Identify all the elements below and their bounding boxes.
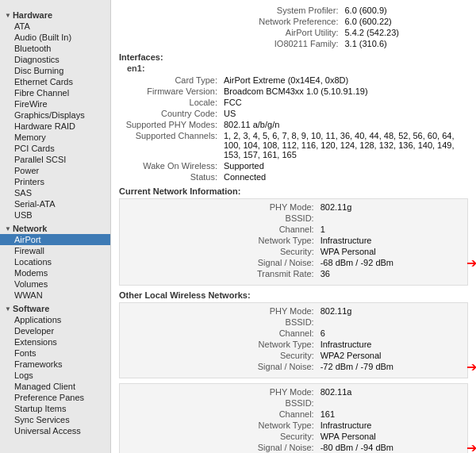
sidebar-item-extensions[interactable]: Extensions xyxy=(0,336,110,347)
table-row: Security:WPA Personal xyxy=(125,431,463,442)
table-row: PHY Mode:802.11a xyxy=(125,386,463,397)
table-row: AirPort Utility:5.4.2 (542.23) xyxy=(119,27,468,38)
table-row: IO80211 Family:3.1 (310.6) xyxy=(119,38,468,49)
other-network-block-1: PHY Mode:802.11aBSSID:Channel:161Network… xyxy=(119,383,468,453)
row-label: Security: xyxy=(125,246,319,257)
sidebar-group-label-0[interactable]: ▼ Hardware xyxy=(0,7,110,21)
row-value: WPA2 Personal xyxy=(319,350,463,361)
sidebar-item-disc-burning[interactable]: Disc Burning xyxy=(0,65,110,76)
row-value: FCC xyxy=(222,97,468,108)
sidebar-item-volumes[interactable]: Volumes xyxy=(0,278,110,290)
sidebar-item-sas[interactable]: SAS xyxy=(0,187,110,198)
table-row: Status:Connected xyxy=(119,171,468,182)
triangle-icon: ▼ xyxy=(5,12,11,19)
table-row: Network Type:Infrastructure xyxy=(125,420,463,431)
table-row: Security:WPA Personal xyxy=(125,246,463,257)
triangle-icon: ▼ xyxy=(5,305,11,313)
sidebar-item-modems[interactable]: Modems xyxy=(0,267,110,278)
sidebar-item-airport[interactable]: AirPort xyxy=(0,234,110,245)
table-row: Transmit Rate:36 xyxy=(125,268,463,279)
red-arrow-icon: ➔ xyxy=(466,440,476,453)
row-value: Supported xyxy=(222,160,468,171)
sidebar-group-label-1[interactable]: ▼ Network xyxy=(0,221,110,234)
row-label: Wake On Wireless: xyxy=(119,160,222,171)
table-row: BSSID: xyxy=(125,213,463,224)
other-networks-label: Other Local Wireless Networks: xyxy=(119,290,468,300)
current-network-block: PHY Mode:802.11gBSSID:Channel:1Network T… xyxy=(119,198,468,286)
table-row: Firmware Version:Broadcom BCM43xx 1.0 (5… xyxy=(119,86,468,97)
row-value: 6.0 (600.22) xyxy=(343,16,468,27)
other-network-block-0: PHY Mode:802.11gBSSID:Channel:6Network T… xyxy=(119,302,468,378)
table-row: Channel:161 xyxy=(125,409,463,420)
row-value: US xyxy=(222,108,468,119)
sidebar-item-sync-services[interactable]: Sync Services xyxy=(0,414,110,425)
sidebar-item-startup-items[interactable]: Startup Items xyxy=(0,403,110,414)
row-value: 6.0 (600.9) xyxy=(343,5,468,16)
sidebar-group-label-2[interactable]: ▼ Software xyxy=(0,301,110,314)
table-row: Signal / Noise:-68 dBm / -92 dBm ➔ xyxy=(125,257,463,268)
row-label: BSSID: xyxy=(125,317,319,328)
sidebar-group-1: ▼ NetworkAirPortFirewallLocationsModemsV… xyxy=(0,221,110,301)
table-row: Wake On Wireless:Supported xyxy=(119,160,468,171)
sidebar-item-frameworks[interactable]: Frameworks xyxy=(0,359,110,370)
sidebar-item-memory[interactable]: Memory xyxy=(0,132,110,143)
row-label: BSSID: xyxy=(125,397,319,409)
table-row: System Profiler:6.0 (600.9) xyxy=(119,5,468,16)
row-value: -68 dBm / -92 dBm ➔ xyxy=(319,257,463,268)
sidebar-item-bluetooth[interactable]: Bluetooth xyxy=(0,43,110,54)
current-network-label: Current Network Information: xyxy=(119,186,468,196)
sidebar-item-ethernet-cards[interactable]: Ethernet Cards xyxy=(0,76,110,87)
sidebar-item-pci-cards[interactable]: PCI Cards xyxy=(0,143,110,154)
row-label: Network Preference: xyxy=(119,16,343,27)
row-label: Signal / Noise: xyxy=(125,361,319,372)
row-label: Channel: xyxy=(125,224,319,235)
sidebar-item-fonts[interactable]: Fonts xyxy=(0,347,110,359)
row-value: WPA Personal xyxy=(319,246,463,257)
sidebar-item-serial-ata[interactable]: Serial-ATA xyxy=(0,198,110,209)
row-value: WPA Personal xyxy=(319,431,463,442)
sidebar-item-parallel-scsi[interactable]: Parallel SCSI xyxy=(0,154,110,165)
table-row: Network Preference:6.0 (600.22) xyxy=(119,16,468,27)
sidebar-item-preference-panes[interactable]: Preference Panes xyxy=(0,392,110,403)
interfaces-label: Interfaces: xyxy=(119,52,468,62)
row-label: Signal / Noise: xyxy=(125,257,319,268)
sidebar-item-logs[interactable]: Logs xyxy=(0,370,110,381)
table-row: Security:WPA2 Personal xyxy=(125,350,463,361)
sidebar-group-2: ▼ SoftwareApplicationsDeveloperExtension… xyxy=(0,301,110,436)
sidebar-item-firewall[interactable]: Firewall xyxy=(0,245,110,256)
table-row: Signal / Noise:-80 dBm / -94 dBm ➔ xyxy=(125,442,463,453)
table-row: BSSID: xyxy=(125,317,463,328)
sidebar-item-graphics-displays[interactable]: Graphics/Displays xyxy=(0,109,110,121)
table-row: Country Code:US xyxy=(119,108,468,119)
row-value: AirPort Extreme (0x14E4, 0x8D) xyxy=(222,75,468,86)
row-value: 36 xyxy=(319,268,463,279)
sidebar-item-hardware-raid[interactable]: Hardware RAID xyxy=(0,121,110,132)
row-label: Country Code: xyxy=(119,108,222,119)
sidebar-item-ata[interactable]: ATA xyxy=(0,21,110,32)
table-row: PHY Mode:802.11g xyxy=(125,305,463,317)
sidebar-item-managed-client[interactable]: Managed Client xyxy=(0,381,110,392)
sidebar-item-firewire[interactable]: FireWire xyxy=(0,98,110,109)
sidebar-item-developer[interactable]: Developer xyxy=(0,325,110,336)
row-value: 802.11 a/b/g/n xyxy=(222,119,468,130)
sidebar-item-fibre-channel[interactable]: Fibre Channel xyxy=(0,87,110,98)
table-row: Locale:FCC xyxy=(119,97,468,108)
sidebar-item-printers[interactable]: Printers xyxy=(0,176,110,187)
row-label: Status: xyxy=(119,171,222,182)
sidebar-item-universal-access[interactable]: Universal Access xyxy=(0,425,110,436)
sidebar-item-power[interactable]: Power xyxy=(0,165,110,176)
row-value: 5.4.2 (542.23) xyxy=(343,27,468,38)
sidebar: ▼ HardwareATAAudio (Built In)BluetoothDi… xyxy=(0,0,111,453)
sidebar-item-locations[interactable]: Locations xyxy=(0,256,110,267)
row-label: Supported Channels: xyxy=(119,130,222,160)
sidebar-item-wwan[interactable]: WWAN xyxy=(0,290,110,301)
sidebar-item-audio--built-in-[interactable]: Audio (Built In) xyxy=(0,32,110,43)
sidebar-item-usb[interactable]: USB xyxy=(0,209,110,221)
sidebar-item-applications[interactable]: Applications xyxy=(0,314,110,325)
row-value: 1, 2, 3, 4, 5, 6, 7, 8, 9, 10, 11, 36, 4… xyxy=(222,130,468,160)
row-value: -80 dBm / -94 dBm ➔ xyxy=(319,442,463,453)
row-label: Network Type: xyxy=(125,339,319,350)
table-row: PHY Mode:802.11g xyxy=(125,202,463,213)
sidebar-item-diagnostics[interactable]: Diagnostics xyxy=(0,54,110,65)
table-row: Network Type:Infrastructure xyxy=(125,235,463,246)
